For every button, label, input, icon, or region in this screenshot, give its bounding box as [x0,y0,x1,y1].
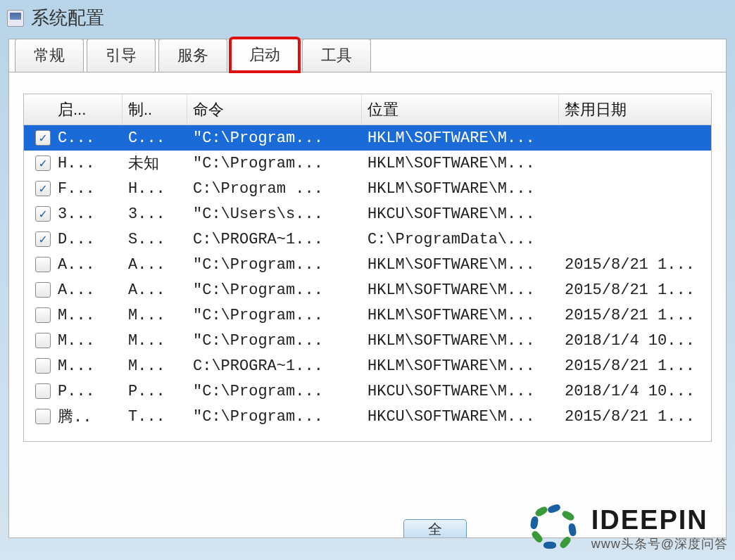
cell-date: 2018/1/4 10... [559,332,711,350]
window-title: 系统配置 [31,6,104,30]
cell-location: HKLM\SOFTWARE\M... [362,307,559,324]
column-checkbox[interactable] [24,94,52,125]
cell-maker: P... [122,383,187,400]
cell-command: C:\PROGRA~1... [187,357,362,375]
cell-startup: M... [52,357,122,375]
tab-strip: 常规 引导 服务 启动 工具 [15,39,726,71]
cell-maker: 3... [122,205,187,223]
cell-maker: A... [122,256,187,274]
row-checkbox[interactable] [35,383,51,399]
cell-location: HKLM\SOFTWARE\M... [362,155,559,172]
cell-command: "C:\Program... [187,383,362,400]
cell-location: HKLM\SOFTWARE\M... [362,129,559,147]
table-row[interactable]: C...C..."C:\Program...HKLM\SOFTWARE\M... [24,125,711,151]
cell-command: C:\PROGRA~1... [187,231,362,248]
cell-command: C:\Program ... [187,180,362,198]
cell-command: "C:\Program... [187,281,362,299]
watermark: IDEEPIN www头条号@深度问答 [527,504,728,553]
column-command[interactable]: 命令 [187,94,362,125]
cell-startup: C... [52,129,122,147]
tab-boot[interactable]: 引导 [87,39,156,72]
table-row[interactable]: H...未知"C:\Program...HKLM\SOFTWARE\M... [24,151,711,176]
row-checkbox[interactable] [35,307,51,323]
table-row[interactable]: F...H...C:\Program ...HKLM\SOFTWARE\M... [24,176,711,201]
column-startup[interactable]: 启... [52,94,122,125]
tab-general[interactable]: 常规 [15,39,84,72]
cell-location: HKCU\SOFTWARE\M... [362,205,559,223]
row-checkbox[interactable] [35,358,51,374]
tab-services[interactable]: 服务 [158,39,227,72]
row-checkbox[interactable] [35,206,51,222]
row-checkbox[interactable] [35,181,51,196]
cell-location: HKCU\SOFTWARE\M... [362,383,559,400]
cell-command: "C:\Program... [187,332,362,350]
cell-location: HKLM\SOFTWARE\M... [362,256,559,274]
cell-maker: S... [122,231,187,248]
cell-maker: H... [122,180,187,198]
watermark-subtitle: www头条号@深度问答 [591,535,728,552]
column-location[interactable]: 位置 [362,94,559,125]
cell-startup: D... [52,231,122,248]
cell-command: "C:\Program... [187,155,362,172]
grid-body: C...C..."C:\Program...HKLM\SOFTWARE\M...… [24,125,711,429]
cell-command: "C:\Program... [187,408,362,426]
cell-date: 2015/8/21 1... [559,256,711,274]
cell-startup: A... [52,256,122,274]
cell-maker: C... [122,129,187,147]
cell-startup: 3... [52,205,122,223]
column-maker[interactable]: 制.. [122,94,187,125]
watermark-text: IDEEPIN www头条号@深度问答 [591,505,728,552]
cell-startup: H... [52,155,122,172]
cell-startup: P... [52,383,122,400]
titlebar: 系统配置 [0,0,735,39]
cell-location: HKLM\SOFTWARE\M... [362,180,559,198]
msconfig-icon [7,10,24,27]
table-row[interactable]: M...M..."C:\Program...HKLM\SOFTWARE\M...… [24,303,711,328]
cell-maker: M... [122,357,187,375]
table-row[interactable]: D...S...C:\PROGRA~1...C:\ProgramData\... [24,227,711,252]
table-row[interactable]: 3...3..."C:\Users\s...HKCU\SOFTWARE\M... [24,201,711,227]
cell-startup: 腾.. [52,406,122,427]
table-row[interactable]: 腾..T..."C:\Program...HKCU\SOFTWARE\M...2… [24,404,711,429]
table-row[interactable]: A...A..."C:\Program...HKLM\SOFTWARE\M...… [24,252,711,277]
cell-maker: M... [122,307,187,324]
row-checkbox[interactable] [35,231,51,247]
cell-date: 2018/1/4 10... [559,383,711,400]
row-checkbox[interactable] [35,130,51,146]
table-row[interactable]: A...A..."C:\Program...HKLM\SOFTWARE\M...… [24,277,711,303]
row-checkbox[interactable] [35,282,51,298]
cell-maker: T... [122,408,187,426]
cell-date: 2015/8/21 1... [559,307,711,324]
row-checkbox[interactable] [35,409,51,424]
startup-grid: 启... 制.. 命令 位置 禁用日期 C...C..."C:\Program.… [23,94,712,442]
grid-header: 启... 制.. 命令 位置 禁用日期 [24,94,711,125]
cell-location: HKLM\SOFTWARE\M... [362,281,559,299]
cell-startup: A... [52,281,122,299]
row-checkbox[interactable] [35,333,51,348]
cell-startup: M... [52,332,122,350]
cell-command: "C:\Program... [187,307,362,324]
tab-content: 启... 制.. 命令 位置 禁用日期 C...C..."C:\Program.… [9,72,726,539]
cell-maker: 未知 [122,153,187,174]
cell-command: "C:\Users\s... [187,205,362,223]
cell-maker: A... [122,281,187,299]
cell-startup: M... [52,307,122,324]
cell-date: 2015/8/21 1... [559,281,711,299]
table-row[interactable]: M...M...C:\PROGRA~1...HKLM\SOFTWARE\M...… [24,353,711,378]
table-row[interactable]: M...M..."C:\Program...HKLM\SOFTWARE\M...… [24,328,711,353]
cell-location: C:\ProgramData\... [362,231,559,248]
table-row[interactable]: P...P..."C:\Program...HKCU\SOFTWARE\M...… [24,378,711,404]
cell-startup: F... [52,180,122,198]
cell-command: "C:\Program... [187,256,362,274]
row-checkbox[interactable] [35,257,51,272]
tab-startup[interactable]: 启动 [230,38,299,72]
cell-date: 2015/8/21 1... [559,408,711,426]
cell-maker: M... [122,332,187,350]
tab-tools[interactable]: 工具 [302,39,371,72]
row-checkbox[interactable] [35,155,51,171]
cell-location: HKCU\SOFTWARE\M... [362,408,559,426]
enable-all-button[interactable]: 全 [403,519,467,537]
cell-location: HKLM\SOFTWARE\M... [362,357,559,375]
cell-date: 2015/8/21 1... [559,357,711,375]
column-disabled-date[interactable]: 禁用日期 [559,94,711,125]
